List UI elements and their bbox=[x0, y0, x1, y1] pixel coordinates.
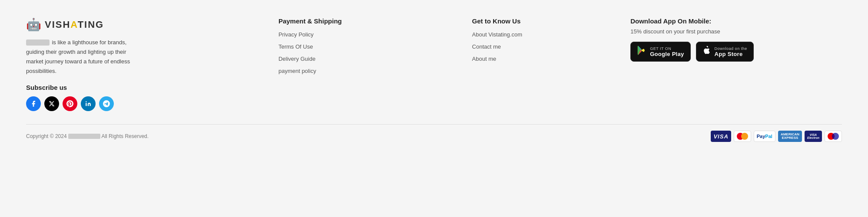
brand-logo-icon: 🤖 bbox=[26, 17, 41, 32]
get-to-know-section: Get to Know Us About Vistating.com Conta… bbox=[472, 17, 613, 67]
list-item: Contact me bbox=[472, 43, 613, 50]
paypal-p2: Pal bbox=[765, 134, 772, 139]
payment-policy-link[interactable]: payment policy bbox=[278, 68, 316, 74]
app-store-main-line: App Store bbox=[715, 51, 747, 57]
app-store-badge[interactable]: Download on the App Store bbox=[696, 42, 754, 62]
visa-electron-card: VISAElectron bbox=[805, 131, 822, 142]
google-play-badge[interactable]: GET IT ON Google Play bbox=[630, 42, 690, 62]
maestro-card bbox=[825, 131, 842, 142]
google-play-text: GET IT ON Google Play bbox=[650, 46, 684, 57]
visa-card: VISA bbox=[711, 131, 731, 142]
terms-of-use-link[interactable]: Terms Of Use bbox=[278, 43, 313, 50]
apple-icon bbox=[702, 46, 711, 57]
mc-circle-orange bbox=[741, 133, 748, 140]
copyright: Copyright © 2024 Vistating.com All Right… bbox=[26, 133, 149, 139]
get-to-know-list: About Vistating.com Contact me About me bbox=[472, 31, 613, 62]
footer-main: 🤖 VISHATING Vistating is like a lighthou… bbox=[26, 17, 842, 125]
about-me-link[interactable]: About me bbox=[472, 56, 497, 62]
footer: 🤖 VISHATING Vistating is like a lighthou… bbox=[0, 0, 868, 148]
app-store-top-line: Download on the bbox=[715, 46, 747, 51]
contact-me-link[interactable]: Contact me bbox=[472, 43, 501, 50]
visa-electron-text: VISAElectron bbox=[807, 133, 819, 140]
list-item: Delivery Guide bbox=[278, 55, 455, 62]
footer-bottom: Copyright © 2024 Vistating.com All Right… bbox=[26, 125, 842, 148]
google-play-top-line: GET IT ON bbox=[650, 46, 684, 51]
payment-shipping-section: Payment & Shipping Privacy Policy Terms … bbox=[278, 17, 455, 79]
mastercard-card bbox=[734, 131, 751, 142]
discount-text: 15% discount on your first purchase bbox=[630, 28, 842, 35]
list-item: Terms Of Use bbox=[278, 43, 455, 50]
twitter-icon[interactable] bbox=[44, 96, 59, 111]
copyright-text: Copyright bbox=[26, 133, 48, 139]
paypal-card: PayPal bbox=[754, 131, 775, 142]
list-item: About Vistating.com bbox=[472, 31, 613, 38]
brand-logo-accent: A bbox=[70, 19, 77, 30]
maestro-circle-blue bbox=[832, 133, 839, 140]
google-play-icon bbox=[637, 46, 646, 58]
privacy-policy-link[interactable]: Privacy Policy bbox=[278, 31, 314, 38]
payment-shipping-heading: Payment & Shipping bbox=[278, 17, 455, 25]
subscribe-label: Subscribe us bbox=[26, 84, 261, 91]
maestro-circles bbox=[828, 133, 839, 140]
brand-description: Vistating is like a lighthouse for brand… bbox=[26, 38, 130, 76]
app-download-heading: Download App On Mobile: bbox=[630, 17, 842, 25]
brand-logo-text: VISHATING bbox=[45, 19, 104, 30]
list-item: About me bbox=[472, 55, 613, 62]
about-vistating-link[interactable]: About Vistating.com bbox=[472, 31, 522, 38]
paypal-text: PayPal bbox=[757, 134, 772, 139]
list-item: Privacy Policy bbox=[278, 31, 455, 38]
pinterest-icon[interactable] bbox=[63, 96, 77, 111]
facebook-icon[interactable] bbox=[26, 96, 41, 111]
social-icons bbox=[26, 96, 261, 111]
list-item: payment policy bbox=[278, 67, 455, 74]
payment-shipping-list: Privacy Policy Terms Of Use Delivery Gui… bbox=[278, 31, 455, 74]
google-play-main-line: Google Play bbox=[650, 51, 684, 57]
delivery-guide-link[interactable]: Delivery Guide bbox=[278, 56, 315, 62]
telegram-icon[interactable] bbox=[99, 96, 114, 111]
app-badges: GET IT ON Google Play Download on the Ap… bbox=[630, 42, 842, 62]
rights-text: All Rights Reserved. bbox=[101, 133, 149, 139]
amex-text: AMERICANEXPRESS bbox=[781, 133, 799, 141]
app-store-text: Download on the App Store bbox=[715, 46, 747, 57]
brand-logo: 🤖 VISHATING bbox=[26, 17, 261, 32]
copyright-year: 2024 bbox=[55, 133, 67, 139]
footer-brand: 🤖 VISHATING Vistating is like a lighthou… bbox=[26, 17, 261, 111]
linkedin-icon[interactable] bbox=[81, 96, 96, 111]
mastercard-circles bbox=[737, 133, 748, 140]
app-download-section: Download App On Mobile: 15% discount on … bbox=[630, 17, 842, 62]
get-to-know-heading: Get to Know Us bbox=[472, 17, 613, 25]
payment-methods: VISA PayPal AMERICANEXPRESS VISAElectron bbox=[711, 131, 842, 142]
svg-point-0 bbox=[86, 102, 86, 102]
amex-card: AMERICANEXPRESS bbox=[778, 131, 802, 142]
site-name-blurred: Vistating.com bbox=[68, 134, 100, 139]
brand-name-blurred: Vistating bbox=[26, 39, 50, 46]
